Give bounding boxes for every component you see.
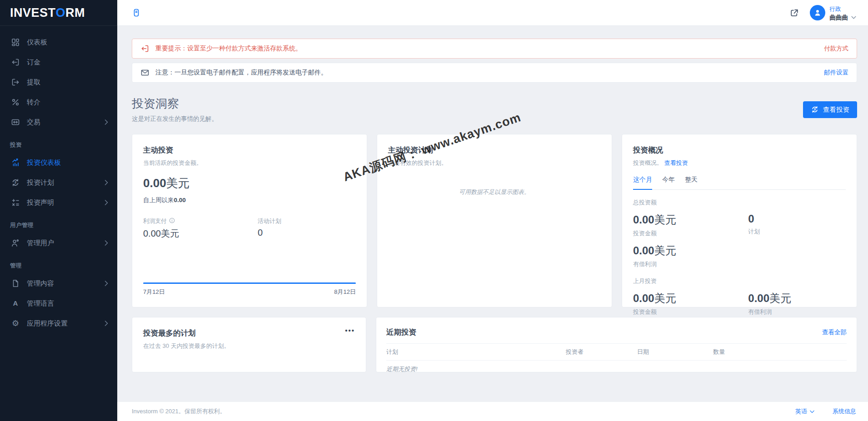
active-plans-metric: 活动计划 0	[258, 217, 281, 240]
sidebar-item-label: 仪表板	[27, 38, 47, 47]
active-plans-card: 主动投资计划 当前有效的投资计划。 可用数据不足以显示图表。	[377, 134, 612, 307]
value: 0.00	[748, 292, 769, 304]
sidebar-item-manage-content[interactable]: 管理内容	[0, 273, 117, 293]
sidebar-item-referrals[interactable]: 转介	[0, 92, 117, 112]
recent-investments-table: 计划 投资者 日期 数量 近期无投资!	[386, 343, 847, 378]
profit-paid-metric: 利润支付 0.00美元	[143, 217, 258, 240]
profit-amount: 0.00美元	[633, 243, 748, 258]
chart-start-date: 7月12日	[143, 288, 165, 296]
refresh-dollar-icon: $	[811, 105, 819, 114]
view-all-link[interactable]: 查看全部	[822, 328, 847, 337]
sidebar-item-label: 管理用户	[27, 239, 54, 248]
investment-overview-card: 投资概况 投资概况。 查看投资 这个月 今年 整天 总投资额 0.00美元 投资…	[622, 134, 857, 307]
gear-icon: ⚙	[11, 319, 20, 328]
sidebar-item-manage-users[interactable]: 管理用户	[0, 233, 117, 253]
sidebar-section-management: 管理	[0, 253, 117, 273]
sparkline-chart: 7月12日 8月12日	[143, 282, 356, 296]
transactions-icon	[11, 118, 20, 127]
sidebar-toggle-button[interactable]	[132, 8, 141, 17]
sidebar-item-label: 提取	[27, 78, 40, 87]
system-info-link[interactable]: 系统信息	[833, 407, 856, 416]
sidebar-item-transactions[interactable]: 交易	[0, 112, 117, 132]
grid-icon	[11, 38, 20, 47]
sidebar-item-label: 投资声明	[27, 198, 54, 207]
document-icon	[11, 279, 20, 288]
view-investments-label: 查看投资	[823, 105, 849, 114]
sidebar-item-invest-dashboard[interactable]: 投资仪表板	[0, 153, 117, 173]
last-month-profit-caption: 有偿利润	[748, 308, 846, 316]
envelope-icon	[140, 68, 150, 77]
sidebar-item-app-settings[interactable]: ⚙ 应用程序设置	[0, 313, 117, 333]
info-icon	[169, 218, 175, 225]
calculator-icon	[11, 198, 20, 207]
user-menu[interactable]: 行政 曲曲曲	[810, 4, 857, 21]
sidebar-item-deposits[interactable]: 订金	[0, 52, 117, 72]
payment-methods-link[interactable]: 付款方式	[824, 45, 848, 53]
tab-all-time[interactable]: 整天	[685, 176, 698, 189]
sidebar-item-invest-statements[interactable]: 投资声明	[0, 193, 117, 213]
sidebar-section-user-management: 用户管理	[0, 213, 117, 233]
metrics-row: 利润支付 0.00美元 活动计划 0	[143, 217, 356, 240]
svg-text:A: A	[13, 299, 18, 307]
sidebar-item-label: 应用程序设置	[27, 319, 68, 328]
sidebar: INVESTORM 仪表板 订金 提取 转介 交易	[0, 0, 117, 421]
last-month-label: 上月投资	[633, 277, 846, 285]
currency: 美元	[654, 213, 676, 226]
chevron-right-icon	[105, 119, 108, 125]
language-selector[interactable]: 英语	[795, 407, 814, 416]
last-month-invested-amount: 0.00美元	[633, 291, 748, 306]
last-month-invested-caption: 投资金额	[633, 308, 748, 316]
card-title: 主动投资计划	[388, 145, 601, 155]
page-head: 投资洞察 这是对正在发生的事情的见解。 $ 查看投资	[132, 96, 857, 123]
sidebar-item-invest-plans[interactable]: $ 投资计划	[0, 173, 117, 193]
value: 0.00	[633, 213, 654, 226]
plans-count: 0	[748, 213, 846, 225]
top-plans-card: 投资最多的计划 ••• 在过去 30 天内投资最多的计划。	[132, 317, 366, 372]
chevron-right-icon	[105, 321, 108, 326]
external-link-icon[interactable]	[789, 8, 799, 18]
plans-caption: 计划	[748, 228, 846, 236]
email-settings-link[interactable]: 邮件设置	[824, 69, 848, 77]
tab-this-year[interactable]: 今年	[662, 176, 675, 189]
topbar: 行政 曲曲曲	[117, 0, 868, 26]
card-menu-button[interactable]: •••	[345, 328, 355, 333]
svg-text:$: $	[15, 181, 16, 184]
value: 0.00	[633, 244, 654, 257]
logo-text-2: RM	[65, 6, 85, 20]
sidebar-item-withdrawals[interactable]: 提取	[0, 72, 117, 92]
app-window: INVESTORM 仪表板 订金 提取 转介 交易	[0, 0, 868, 421]
payment-alert-text: 重要提示：设置至少一种付款方式来激活存款系统。	[155, 45, 302, 53]
column-header-plan: 计划	[386, 344, 566, 361]
column-header-date: 日期	[637, 344, 713, 361]
tab-this-month[interactable]: 这个月	[633, 176, 652, 190]
brand-logo[interactable]: INVESTORM	[0, 0, 117, 26]
chevron-right-icon	[105, 281, 108, 286]
invested-amount: 0.00美元	[633, 213, 748, 227]
user-role: 行政	[830, 6, 841, 12]
view-investments-link[interactable]: 查看投资	[664, 159, 688, 166]
refresh-dollar-icon: $	[11, 178, 20, 187]
view-investments-button[interactable]: $ 查看投资	[803, 101, 857, 118]
overview-tabs: 这个月 今年 整天	[633, 176, 846, 190]
empty-table-row: 近期无投资!	[386, 361, 847, 378]
chevron-right-icon	[105, 240, 108, 246]
card-subtitle: 在过去 30 天内投资最多的计划。	[143, 342, 355, 350]
chart-end-date: 8月12日	[334, 288, 356, 296]
email-alert: 注意：一旦您设置电子邮件配置，应用程序将发送电子邮件。 邮件设置	[132, 63, 857, 83]
since-value: 0.00	[174, 197, 186, 203]
value: 0.00	[633, 292, 654, 304]
language-icon: A	[11, 299, 20, 308]
last-month-grid: 0.00美元 投资金额 0.00美元 有偿利润	[633, 285, 846, 316]
sidebar-item-manage-language[interactable]: A 管理语言	[0, 293, 117, 313]
main-area: 行政 曲曲曲 AKA源码网： www.akaym.com 重要提示：设置至少一种…	[117, 0, 868, 421]
amount-value: 0.00	[143, 176, 166, 190]
chevron-right-icon	[105, 180, 108, 185]
amount-currency: 美元	[166, 176, 190, 190]
active-plans-value: 0	[258, 228, 281, 238]
sidebar-item-label: 转介	[27, 98, 40, 107]
sidebar-section-invest: 投资	[0, 132, 117, 153]
card-title: 投资概况	[633, 145, 846, 155]
sidebar-item-dashboard[interactable]: 仪表板	[0, 32, 117, 52]
language-label: 英语	[795, 407, 807, 416]
withdraw-icon	[11, 78, 20, 87]
